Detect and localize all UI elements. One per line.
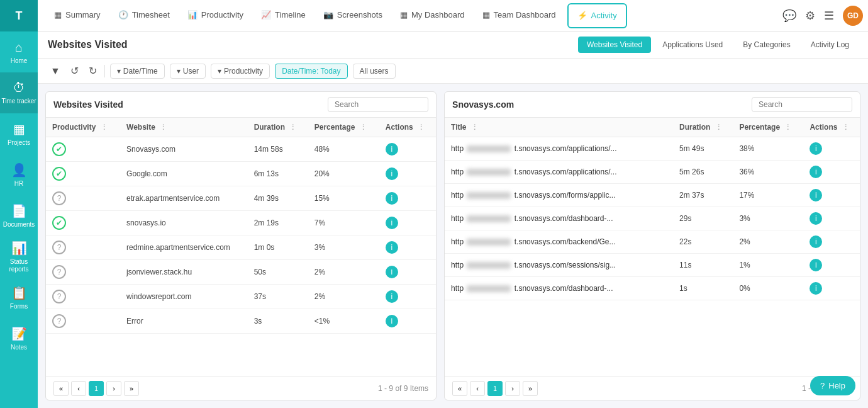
duration-cell: 3s bbox=[248, 309, 308, 334]
info-button[interactable]: i bbox=[386, 192, 398, 205]
productivity-cell: ? bbox=[46, 186, 120, 211]
sub-header: Websites Visited Websites Visited Applic… bbox=[38, 31, 868, 59]
info-button[interactable]: i bbox=[386, 241, 398, 254]
undo-button[interactable]: ↺ bbox=[68, 62, 81, 79]
website-cell: Error bbox=[120, 309, 248, 334]
info-button[interactable]: i bbox=[810, 189, 822, 201]
sub-tab-activity-log[interactable]: Activity Log bbox=[802, 37, 858, 53]
prev-page-btn[interactable]: ‹ bbox=[71, 381, 86, 396]
left-panel-pagination: « ‹ 1 › » 1 - 9 of 9 Items bbox=[46, 377, 436, 400]
info-button[interactable]: i bbox=[810, 259, 822, 271]
menu-icon[interactable]: ☰ bbox=[824, 9, 834, 23]
table-row: ✔ snovasys.io 2m 19s 7% i bbox=[46, 211, 436, 235]
info-button[interactable]: i bbox=[810, 235, 822, 248]
sidebar-item-documents[interactable]: 📄 Documents bbox=[0, 195, 38, 236]
all-users-filter[interactable]: All users bbox=[353, 64, 396, 79]
productivity-cell: ? bbox=[46, 235, 120, 260]
actions-cell: i bbox=[379, 186, 436, 211]
info-button[interactable]: i bbox=[810, 166, 822, 178]
info-button[interactable]: i bbox=[810, 212, 822, 225]
sidebar-item-notes[interactable]: 📝 Notes bbox=[0, 318, 38, 359]
datetime-filter-label: Date/Time bbox=[123, 67, 158, 76]
filter-button[interactable]: ▼ bbox=[48, 63, 63, 79]
table-row: ? etrak.apartmentservice.com 4m 39s 15% … bbox=[46, 186, 436, 211]
page-1-btn[interactable]: 1 bbox=[89, 381, 104, 396]
duration-cell: 37s bbox=[248, 285, 308, 309]
left-panel-search[interactable] bbox=[328, 97, 428, 112]
sidebar-item-hr[interactable]: 👤 HR bbox=[0, 154, 38, 195]
sidebar-item-status-reports[interactable]: 📊 Status reports bbox=[0, 236, 38, 277]
refresh-button[interactable]: ↻ bbox=[86, 62, 99, 79]
tab-screenshots[interactable]: 📷 Screenshots bbox=[314, 0, 391, 31]
tab-productivity[interactable]: 📊 Productivity bbox=[179, 0, 252, 31]
settings-icon[interactable]: ⚙ bbox=[805, 9, 815, 23]
tab-team-dashboard[interactable]: ▦ Team Dashboard bbox=[474, 0, 565, 31]
info-button[interactable]: i bbox=[810, 282, 822, 295]
title-cell: http t.snovasys.com/applications/... bbox=[445, 137, 673, 161]
info-button[interactable]: i bbox=[386, 266, 398, 278]
col-sort-icon: ⋮ bbox=[842, 123, 849, 131]
timesheet-tab-label: Timesheet bbox=[132, 10, 170, 20]
next-page-btn[interactable]: › bbox=[106, 381, 121, 396]
actions-cell: i bbox=[379, 260, 436, 285]
sidebar-item-home[interactable]: ⌂ Home bbox=[0, 31, 38, 72]
productivity-filter[interactable]: ▾ Productivity bbox=[211, 64, 270, 79]
tab-timeline[interactable]: 📈 Timeline bbox=[252, 0, 314, 31]
percentage-cell-right: 1% bbox=[733, 254, 803, 277]
sidebar-item-time-tracker[interactable]: ⏱ Time tracker bbox=[0, 72, 38, 113]
left-panel-table-container: Productivity ⋮ Website ⋮ Duration ⋮ bbox=[46, 118, 436, 377]
duration-cell: 4m 39s bbox=[248, 186, 308, 211]
col-sort-icon: ⋮ bbox=[101, 123, 108, 131]
right-prev-page-btn[interactable]: ‹ bbox=[470, 381, 485, 396]
info-button[interactable]: i bbox=[386, 167, 398, 180]
duration-cell-right: 5m 49s bbox=[673, 137, 733, 161]
tab-summary[interactable]: ▦ Summary bbox=[45, 0, 109, 31]
percentage-cell-right: 2% bbox=[733, 230, 803, 254]
actions-cell-right: i bbox=[803, 161, 860, 184]
percentage-cell: <1% bbox=[308, 309, 379, 334]
message-icon[interactable]: 💬 bbox=[782, 9, 796, 23]
title-cell: http t.snovasys.com/backend/Ge... bbox=[445, 230, 673, 254]
right-page-1-btn[interactable]: 1 bbox=[487, 381, 503, 396]
content-area: Websites Visited Productivity ⋮ Website bbox=[38, 84, 868, 408]
info-button[interactable]: i bbox=[810, 142, 822, 155]
datetime-filter[interactable]: ▾ Date/Time bbox=[110, 64, 165, 79]
sub-tab-by-categories[interactable]: By Categories bbox=[734, 37, 799, 53]
help-button[interactable]: ? Help bbox=[810, 376, 855, 395]
notes-icon: 📝 bbox=[11, 326, 27, 341]
percentage-cell-right: 0% bbox=[733, 277, 803, 300]
info-button[interactable]: i bbox=[386, 217, 398, 229]
right-first-page-btn[interactable]: « bbox=[452, 381, 467, 396]
right-table-body: http t.snovasys.com/applications/... 5m … bbox=[445, 137, 860, 300]
col-percentage-right: Percentage ⋮ bbox=[733, 118, 803, 137]
info-button[interactable]: i bbox=[386, 315, 398, 327]
first-page-btn[interactable]: « bbox=[53, 381, 69, 396]
right-next-page-btn[interactable]: › bbox=[505, 381, 520, 396]
activity-tab-label: Activity bbox=[591, 11, 617, 20]
last-page-btn[interactable]: » bbox=[124, 381, 139, 396]
duration-cell: 2m 19s bbox=[248, 211, 308, 235]
sidebar-item-forms[interactable]: 📋 Forms bbox=[0, 277, 38, 318]
help-icon: ? bbox=[820, 381, 825, 390]
tab-activity[interactable]: ⚡ Activity bbox=[567, 3, 627, 28]
tab-timesheet[interactable]: 🕐 Timesheet bbox=[109, 0, 179, 31]
col-sort-icon: ⋮ bbox=[160, 123, 167, 131]
toolbar: ▼ ↺ ↻ ▾ Date/Time ▾ User ▾ Productivity … bbox=[38, 59, 868, 84]
duration-cell: 50s bbox=[248, 260, 308, 285]
left-page-info: 1 - 9 of 9 Items bbox=[378, 384, 428, 393]
sub-tab-websites-visited[interactable]: Websites Visited bbox=[578, 37, 651, 53]
right-panel-search[interactable] bbox=[752, 97, 852, 112]
info-button[interactable]: i bbox=[386, 143, 398, 156]
tab-my-dashboard[interactable]: ▦ My Dashboard bbox=[391, 0, 474, 31]
sidebar-item-projects[interactable]: ▦ Projects bbox=[0, 113, 38, 154]
right-last-page-btn[interactable]: » bbox=[523, 381, 538, 396]
sidebar-item-label: Documents bbox=[3, 221, 35, 228]
info-button[interactable]: i bbox=[386, 290, 398, 303]
time-tracker-icon: ⏱ bbox=[13, 81, 25, 95]
sub-tab-applications-used[interactable]: Applications Used bbox=[654, 37, 732, 53]
right-panel-pagination: « ‹ 1 › » 1 - 7 of 7 Items bbox=[445, 377, 860, 400]
active-datetime-filter[interactable]: Date/Time: Today bbox=[275, 64, 347, 79]
user-avatar[interactable]: GD bbox=[843, 6, 863, 26]
left-table-body: ✔ Snovasys.com 14m 58s 48% i ✔ Google.co… bbox=[46, 137, 436, 334]
user-filter[interactable]: ▾ User bbox=[170, 64, 206, 79]
